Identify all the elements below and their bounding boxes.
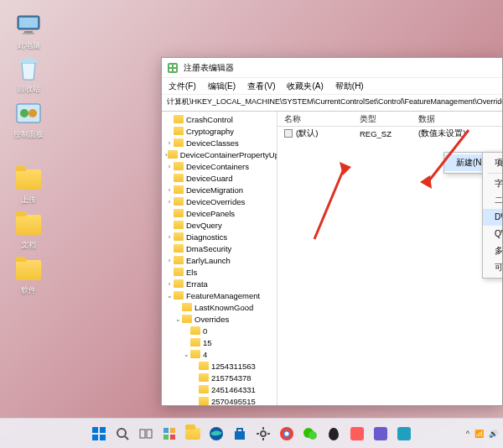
tree-node[interactable]: ›Errata xyxy=(162,278,277,289)
folder-icon xyxy=(182,303,192,311)
taskview-icon[interactable] xyxy=(137,425,155,443)
menu-edit[interactable]: 编辑(E) xyxy=(208,81,236,92)
tree-node-label: DevicePanels xyxy=(186,209,235,218)
tree-twisty-icon[interactable]: › xyxy=(165,233,174,241)
app-generic-icon[interactable] xyxy=(371,425,390,443)
value-name: (默认) xyxy=(296,128,318,139)
edge-icon[interactable] xyxy=(207,425,226,443)
widgets-icon[interactable] xyxy=(160,425,179,443)
col-type[interactable]: 类型 xyxy=(353,113,412,125)
tree-twisty-icon[interactable]: ⌄ xyxy=(165,292,174,300)
tree-twisty-icon[interactable]: › xyxy=(165,186,174,194)
svg-rect-10 xyxy=(169,65,172,67)
svg-rect-24 xyxy=(140,430,145,438)
search-icon[interactable] xyxy=(113,425,132,443)
tree-node[interactable]: LastKnownGood xyxy=(162,301,277,313)
tree-node[interactable]: ⌄FeatureManagement xyxy=(162,289,277,301)
tree-node[interactable]: DevicePanels xyxy=(162,207,277,219)
tree-node[interactable]: DmaSecurity xyxy=(162,242,277,254)
desktop-icon-folder-soft[interactable]: 软件 xyxy=(12,257,45,296)
address-bar[interactable]: 计算机\HKEY_LOCAL_MACHINE\SYSTEM\CurrentCon… xyxy=(162,95,502,112)
explorer-icon[interactable] xyxy=(184,425,202,443)
settings-icon[interactable] xyxy=(254,425,272,443)
ctx-item[interactable]: 多字符串值(M) xyxy=(483,242,502,259)
ctx-item[interactable]: 可扩充字符串值(E) xyxy=(483,259,502,276)
tree-node[interactable]: ›DeviceContainers xyxy=(162,160,277,172)
folder-icon xyxy=(174,162,184,170)
tree-twisty-icon[interactable]: › xyxy=(165,257,174,264)
tray-network-icon[interactable]: 📶 xyxy=(474,430,484,438)
desktop-icon-control-panel[interactable]: 控制面板 xyxy=(12,101,45,140)
ctx-item[interactable]: QWORD (64 位)值(Q) xyxy=(483,226,502,242)
tree-node[interactable]: 2570495515 xyxy=(162,395,277,405)
desktop-icon-this-pc[interactable]: 此电脑 xyxy=(12,12,45,51)
tree-node[interactable]: DevQuery xyxy=(162,219,277,231)
tree-pane[interactable]: CrashControlCryptography›DeviceClasses›D… xyxy=(162,112,277,405)
store-icon[interactable] xyxy=(231,425,249,443)
app-media-icon[interactable] xyxy=(348,425,366,443)
folder-icon xyxy=(199,373,209,382)
context-menu-new: 项(K)字符串值(S)二进制值(B)DWORD (32 位)值(D)QWORD … xyxy=(482,152,502,279)
col-name[interactable]: 名称 xyxy=(277,113,353,125)
list-row[interactable]: (默认) REG_SZ (数值未设置) xyxy=(277,127,502,140)
tree-node[interactable]: Cryptography xyxy=(162,125,277,137)
desktop-icon-folder-upload[interactable]: 上传 xyxy=(12,166,45,206)
start-button[interactable] xyxy=(90,425,108,443)
tree-node[interactable]: ⌄Overrides xyxy=(162,313,277,325)
tree-node[interactable]: Els xyxy=(162,266,277,278)
list-pane[interactable]: 名称 类型 数据 (默认) REG_SZ (数值未设置) 新建(N) ▶ 项(K… xyxy=(277,112,502,405)
svg-rect-46 xyxy=(397,427,411,440)
qq-icon[interactable] xyxy=(324,425,343,443)
tree-node[interactable]: ›DeviceOverrides xyxy=(162,195,277,207)
tree-node-label: DevQuery xyxy=(186,221,222,230)
tray-chevron-icon[interactable]: ^ xyxy=(466,430,469,438)
tree-node[interactable]: CrashControl xyxy=(162,113,277,125)
menu-file[interactable]: 文件(F) xyxy=(169,81,196,92)
tree-node-label: DeviceGuard xyxy=(186,174,232,183)
desktop-icon-label: 软件 xyxy=(21,285,36,296)
menu-help[interactable]: 帮助(H) xyxy=(335,81,364,92)
tree-node[interactable]: ›EarlyLaunch xyxy=(162,254,277,266)
tree-node[interactable]: ›DeviceMigration xyxy=(162,184,277,195)
app-generic-icon[interactable] xyxy=(395,425,413,443)
ctx-item[interactable]: DWORD (32 位)值(D) xyxy=(483,209,502,226)
menu-view[interactable]: 查看(V) xyxy=(247,81,275,92)
menu-favorites[interactable]: 收藏夹(A) xyxy=(287,81,323,92)
tree-twisty-icon[interactable]: › xyxy=(165,198,174,206)
tree-node[interactable]: ⌄4 xyxy=(162,348,277,360)
tree-node[interactable]: 2451464331 xyxy=(162,383,277,395)
tree-node[interactable]: 0 xyxy=(162,325,277,336)
tree-node-label: EarlyLaunch xyxy=(186,256,231,265)
tree-node[interactable]: DeviceGuard xyxy=(162,172,277,184)
tree-node[interactable]: ›DeviceClasses xyxy=(162,137,277,148)
tree-node[interactable]: 215754378 xyxy=(162,372,277,383)
tree-node[interactable]: 1254311563 xyxy=(162,360,277,372)
desktop-icon-recycle-bin[interactable]: 回收站 xyxy=(12,55,45,95)
ctx-item-label: 字符串值(S) xyxy=(495,178,502,190)
tree-node[interactable]: ›Diagnostics xyxy=(162,231,277,242)
tree-node[interactable]: 15 xyxy=(162,336,277,348)
tree-twisty-icon[interactable]: ⌄ xyxy=(182,351,190,358)
ctx-item[interactable]: 二进制值(B) xyxy=(483,192,502,209)
svg-point-8 xyxy=(29,109,37,117)
tree-node-label: 4 xyxy=(203,350,207,359)
tree-twisty-icon[interactable]: › xyxy=(165,139,174,147)
svg-rect-2 xyxy=(24,31,33,33)
wechat-icon[interactable] xyxy=(301,425,319,443)
ctx-item[interactable]: 项(K) xyxy=(483,154,502,171)
folder-icon xyxy=(174,197,184,206)
svg-rect-1 xyxy=(19,18,38,28)
tray-volume-icon[interactable]: 🔊 xyxy=(489,430,498,438)
chrome-icon[interactable] xyxy=(277,425,296,443)
col-data[interactable]: 数据 xyxy=(412,113,502,125)
ctx-item[interactable]: 字符串值(S) xyxy=(483,175,502,192)
system-tray[interactable]: ^ 📶 🔊 xyxy=(466,430,498,438)
titlebar[interactable]: 注册表编辑器 xyxy=(162,58,502,78)
tree-twisty-icon[interactable]: › xyxy=(165,163,174,170)
desktop-icon-folder-docs[interactable]: 文档 xyxy=(12,211,45,251)
tree-twisty-icon[interactable]: ⌄ xyxy=(174,315,182,323)
tree-twisty-icon[interactable]: › xyxy=(165,280,174,288)
folder-icon xyxy=(174,244,184,253)
tree-node[interactable]: ›DeviceContainerPropertyUpda xyxy=(162,148,277,160)
ctx-item-label: QWORD (64 位)值(Q) xyxy=(495,228,502,240)
